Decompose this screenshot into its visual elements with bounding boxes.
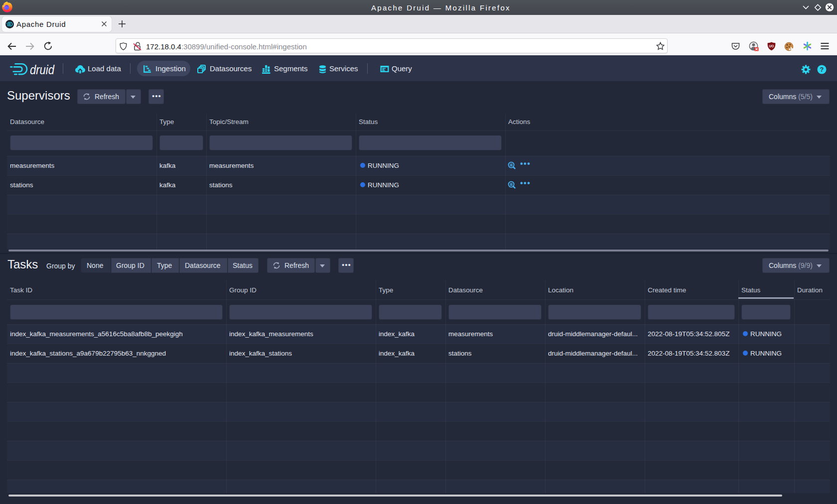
svg-text:?: ?: [820, 66, 824, 73]
svg-text:UO: UO: [769, 44, 774, 48]
